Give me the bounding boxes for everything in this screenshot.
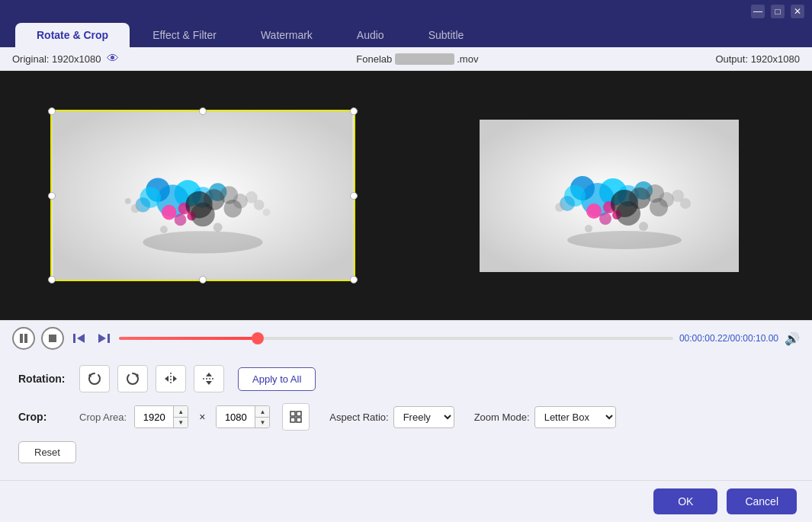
svg-point-6	[162, 205, 177, 220]
ok-button[interactable]: OK	[653, 488, 717, 514]
svg-marker-64	[206, 381, 212, 385]
svg-rect-67	[290, 418, 295, 422]
visibility-icon[interactable]: 👁	[107, 52, 119, 66]
next-button[interactable]	[95, 329, 113, 347]
flip-vertical-button[interactable]	[194, 365, 224, 392]
main-content: Original: 1920x1080 👁 Fonelab ████████ .…	[0, 47, 812, 522]
crop-height-down[interactable]: ▼	[255, 417, 269, 428]
original-resolution: Original: 1920x1080	[12, 53, 101, 65]
svg-point-25	[213, 223, 223, 232]
prev-button[interactable]	[70, 329, 88, 347]
rotate-right-button[interactable]	[117, 365, 148, 392]
pause-button[interactable]	[12, 327, 35, 350]
rotate-left-button[interactable]	[79, 365, 110, 392]
svg-point-21	[125, 198, 131, 204]
svg-point-45	[567, 231, 682, 249]
svg-rect-54	[73, 334, 75, 343]
preview-area	[0, 71, 812, 320]
svg-marker-63	[206, 373, 212, 376]
svg-rect-52	[49, 335, 56, 342]
svg-point-44	[650, 198, 668, 216]
svg-point-23	[263, 209, 271, 216]
svg-point-15	[175, 214, 187, 226]
rotation-label: Rotation:	[18, 373, 72, 385]
crop-height-input[interactable]: ▲ ▼	[216, 405, 270, 428]
reset-button[interactable]: Reset	[18, 441, 76, 463]
crop-handle-br[interactable]	[350, 276, 358, 283]
crop-label: Crop:	[18, 411, 72, 423]
dimension-separator: ×	[199, 411, 205, 423]
output-resolution: Output: 1920x1080	[715, 53, 800, 65]
filename-blurred: ████████	[395, 53, 454, 65]
crop-width-up[interactable]: ▲	[174, 406, 188, 417]
crop-height-field[interactable]	[217, 406, 255, 428]
maximize-button[interactable]: □	[771, 5, 785, 18]
crop-height-up[interactable]: ▲	[255, 406, 269, 417]
svg-rect-68	[297, 418, 301, 422]
svg-point-32	[586, 203, 602, 219]
crop-frame[interactable]	[50, 110, 355, 281]
tab-effect-filter[interactable]: Effect & Filter	[131, 23, 238, 47]
svg-marker-60	[165, 376, 168, 382]
crop-width-spinners: ▲ ▼	[173, 406, 188, 428]
aspect-ratio-select[interactable]: Freely 16:9 4:3 1:1 9:16	[393, 406, 454, 428]
svg-rect-65	[290, 412, 295, 416]
svg-point-22	[254, 200, 265, 210]
preview-left	[0, 71, 406, 320]
crop-width-input[interactable]: ▲ ▼	[134, 405, 188, 428]
svg-point-48	[585, 225, 592, 232]
filename-suffix: .mov	[457, 53, 478, 65]
crop-handle-ml[interactable]	[48, 192, 56, 200]
crop-row: Crop: Crop Area: ▲ ▼ × ▲ ▼	[18, 403, 794, 431]
preview-right	[406, 71, 813, 320]
original-info: Original: 1920x1080 👁	[12, 52, 119, 66]
tab-watermark[interactable]: Watermark	[239, 23, 334, 47]
filename-display: Fonelab ████████ .mov	[356, 53, 478, 65]
svg-point-20	[131, 204, 140, 213]
close-button[interactable]: ✕	[791, 5, 804, 18]
tab-subtitle[interactable]: Subtitle	[407, 23, 486, 47]
svg-rect-56	[108, 334, 110, 343]
aspect-ratio-label: Aspect Ratio:	[329, 412, 388, 423]
svg-point-18	[224, 200, 242, 218]
crop-handle-mr[interactable]	[350, 192, 358, 200]
video-thumbnail-left	[52, 111, 354, 280]
volume-icon[interactable]: 🔊	[785, 331, 800, 346]
crop-height-spinners: ▲ ▼	[255, 406, 269, 428]
svg-rect-66	[297, 412, 301, 416]
crop-width-down[interactable]: ▼	[174, 417, 188, 428]
svg-point-17	[191, 203, 215, 226]
bottom-bar: OK Cancel	[0, 480, 812, 522]
svg-marker-53	[77, 334, 85, 343]
minimize-button[interactable]: —	[751, 5, 765, 18]
progress-bar[interactable]	[119, 337, 673, 340]
crop-handle-bc[interactable]	[199, 276, 207, 283]
video-thumbnail-right	[480, 120, 739, 272]
svg-point-46	[555, 203, 564, 212]
zoom-mode-select[interactable]: Letter Box Pan & Scan Full	[534, 406, 616, 428]
crop-handle-bl[interactable]	[48, 276, 56, 283]
crop-center-button[interactable]	[282, 403, 310, 431]
filename-prefix: Fonelab	[356, 53, 392, 65]
svg-marker-55	[98, 334, 106, 343]
crop-area-label: Crop Area:	[79, 412, 127, 423]
svg-rect-50	[20, 334, 23, 343]
tab-rotate-crop[interactable]: Rotate & Crop	[15, 23, 130, 47]
flip-horizontal-button[interactable]	[156, 365, 186, 392]
svg-point-43	[616, 201, 640, 226]
svg-point-41	[599, 213, 611, 225]
apply-to-all-button[interactable]: Apply to All	[238, 367, 316, 391]
crop-handle-tr[interactable]	[350, 107, 358, 115]
reset-row: Reset	[18, 441, 794, 463]
cancel-button[interactable]: Cancel	[727, 488, 797, 514]
aspect-ratio-group: Aspect Ratio: Freely 16:9 4:3 1:1 9:16	[329, 406, 454, 428]
tab-bar: Rotate & Crop Effect & Filter Watermark …	[0, 23, 812, 47]
progress-thumb[interactable]	[252, 332, 264, 344]
tab-audio[interactable]: Audio	[335, 23, 406, 47]
svg-point-49	[639, 222, 648, 231]
svg-point-19	[143, 231, 263, 253]
stop-button[interactable]	[41, 327, 64, 350]
title-bar: — □ ✕	[0, 0, 812, 23]
time-display: 00:00:00.22/00:00:10.00	[679, 333, 778, 344]
crop-width-field[interactable]	[135, 406, 173, 428]
